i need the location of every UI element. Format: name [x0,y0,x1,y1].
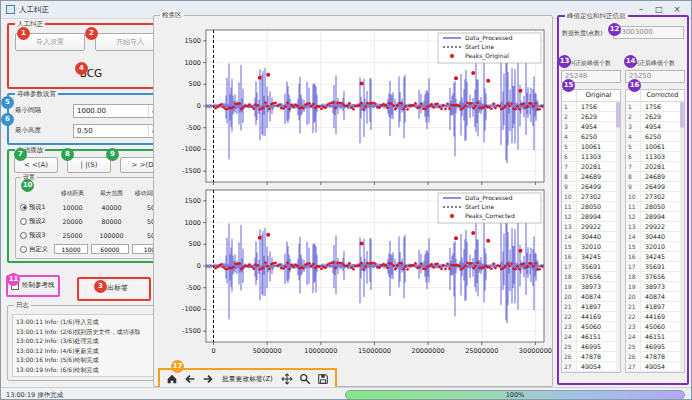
table-row[interactable]: 1430440 [626,232,684,242]
table-row[interactable]: 2647878 [626,352,684,362]
table-row[interactable]: 1735691 [562,262,620,272]
table-row[interactable]: 11756 [562,102,620,112]
table-row[interactable]: 1228994 [626,212,684,222]
table-row[interactable]: 1329922 [562,222,620,232]
preset-radio-row[interactable]: 预设2 [18,217,54,226]
radio-icon[interactable] [20,232,27,239]
table-row[interactable]: 2040874 [562,292,620,302]
close-button[interactable]: × [668,5,686,14]
pan-icon[interactable] [280,372,294,386]
svg-text:25000000: 25000000 [465,347,498,355]
row-index: 9 [562,182,577,191]
table-row[interactable]: 1735691 [626,262,684,272]
inspection-area-group: 检查区 150010005000-500-1000-1500Data_Proce… [153,15,553,387]
table-row[interactable]: 1634245 [562,252,620,262]
table-row[interactable]: 1430440 [562,232,620,242]
scrollbar-thumb[interactable] [680,102,684,128]
table-row[interactable]: 2749054 [562,362,620,372]
preset-radio-row[interactable]: 自定义 [18,245,54,254]
annotation-marker-16: 16 [628,79,641,92]
preset-radio-row[interactable]: 预设1 [18,203,54,212]
table-row[interactable]: 1634245 [626,252,684,262]
table-row[interactable]: 2244169 [626,312,684,322]
scrollbar-thumb[interactable] [616,102,620,128]
table-row[interactable]: 1938973 [562,282,620,292]
radio-icon[interactable] [20,204,27,211]
table-scrollbar[interactable] [616,102,620,372]
preset-custom-input[interactable] [54,244,88,254]
preset-value: 100000 [91,232,132,239]
table-row[interactable]: 2446151 [562,332,620,342]
back-arrow-icon[interactable] [183,372,197,386]
batch-edit-labels-button[interactable]: 批量更改标签(Z) [219,372,276,386]
table-row[interactable]: 1532010 [562,242,620,252]
table-row[interactable]: 1228994 [562,212,620,222]
corrected-peaks-table[interactable]: Corrected1175622629349544625051006161130… [625,89,685,373]
table-row[interactable]: 1027302 [562,192,620,202]
log-list[interactable]: 13:00:11 Info: (1/6)导入完成13:00:11 Info: (… [12,314,170,377]
table-row[interactable]: 46250 [626,132,684,142]
peak-value: 11303 [577,152,620,161]
table-row[interactable]: 1532010 [626,242,684,252]
table-row[interactable]: 34954 [626,122,684,132]
table-row[interactable]: 510061 [626,142,684,152]
table-row[interactable]: 22629 [562,112,620,122]
table-row[interactable]: 824689 [626,172,684,182]
table-row[interactable]: 926499 [626,182,684,192]
pause-button[interactable]: | |(S) [67,157,111,173]
table-row[interactable]: 720281 [626,162,684,172]
minimize-button[interactable]: – [632,5,650,14]
table-row[interactable]: 720281 [562,162,620,172]
forward-arrow-icon[interactable] [201,372,215,386]
table-row[interactable]: 46250 [562,132,620,142]
save-icon[interactable] [316,372,330,386]
table-row[interactable]: 2345060 [562,322,620,332]
table-row[interactable]: 2647878 [562,352,620,362]
radio-icon[interactable] [20,218,27,225]
table-row[interactable]: 1027302 [626,192,684,202]
annotation-marker-7: 7 [14,148,27,161]
table-row[interactable]: 611303 [562,152,620,162]
table-row[interactable]: 2040874 [626,292,684,302]
row-index: 10 [626,192,641,201]
table-row[interactable]: 22629 [626,112,684,122]
preset-radio-row[interactable]: 预设3 [18,231,54,240]
table-row[interactable]: 1128050 [562,202,620,212]
peak-info-title: 峰值定位和纠正信息 [565,12,628,20]
table-row[interactable]: 1128050 [626,202,684,212]
table-row[interactable]: 611303 [626,152,684,162]
table-row[interactable]: 1837656 [626,272,684,282]
table-row[interactable]: 824689 [562,172,620,182]
plots-svg[interactable]: 150010005000-500-1000-1500Data_Processed… [156,24,552,364]
table-row[interactable]: 11756 [626,102,684,112]
table-row[interactable]: 926499 [562,182,620,192]
table-scrollbar[interactable] [680,102,684,372]
row-index: 11 [626,202,641,211]
radio-icon[interactable] [20,246,27,253]
preset-custom-input[interactable] [91,244,129,254]
original-peaks-table[interactable]: Original11756226293495446250510061611303… [561,89,621,373]
table-row[interactable]: 2244169 [562,312,620,322]
maximize-button[interactable]: □ [650,5,668,14]
window-title: 人工纠正 [19,5,632,15]
table-row[interactable]: 2141897 [626,302,684,312]
table-row[interactable]: 2546995 [626,342,684,352]
export-labels-button[interactable]: 导出标签 [81,281,147,297]
table-row[interactable]: 2446151 [626,332,684,342]
preset-label: 预设1 [29,203,46,212]
statusbar: 13:00:19 操作完成 100% [1,387,691,400]
min-interval-value[interactable]: 1000.00 [74,105,148,117]
table-row[interactable]: 510061 [562,142,620,152]
zoom-icon[interactable] [298,372,312,386]
home-icon[interactable] [165,372,179,386]
table-row[interactable]: 34954 [562,122,620,132]
table-row[interactable]: 2345060 [626,322,684,332]
table-row[interactable]: 2141897 [562,302,620,312]
plot-canvas[interactable]: 150010005000-500-1000-1500Data_Processed… [156,24,552,364]
table-row[interactable]: 1329922 [626,222,684,232]
min-height-value[interactable]: 0.50 [74,125,148,137]
table-row[interactable]: 1837656 [562,272,620,282]
table-row[interactable]: 1938973 [626,282,684,292]
table-row[interactable]: 2749054 [626,362,684,372]
table-row[interactable]: 2546995 [562,342,620,352]
